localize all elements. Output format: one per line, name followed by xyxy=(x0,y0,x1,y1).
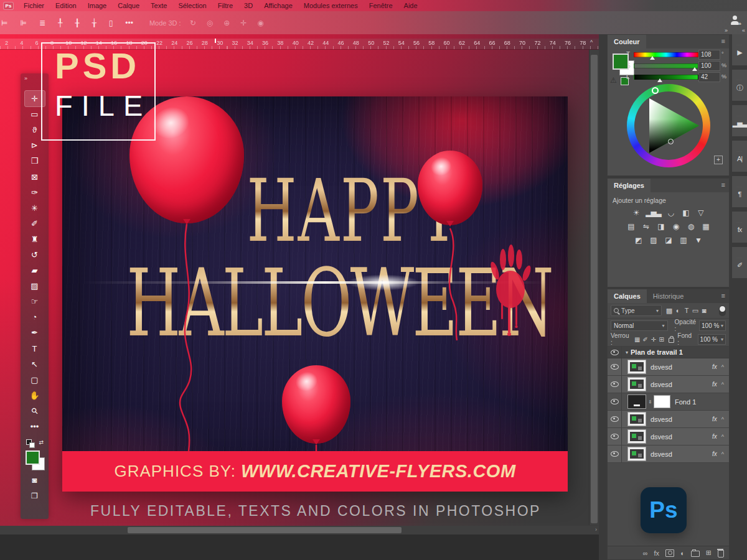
saturation-value-field[interactable]: 100 xyxy=(698,61,720,71)
opacity-field[interactable]: 100 % ▾ xyxy=(699,320,726,331)
styles-panel-icon[interactable]: ∙∙∙∙ fx xyxy=(732,212,747,243)
3d-slide-icon[interactable]: ✛ xyxy=(240,19,247,27)
panel-menu-icon[interactable]: ≡ xyxy=(721,292,725,299)
fx-collapse-icon[interactable]: ^ xyxy=(721,434,724,440)
table-row[interactable]: ∞ Fond 1 xyxy=(608,393,729,411)
lightness-value-field[interactable]: 42 xyxy=(698,72,720,82)
fx-collapse-icon[interactable]: ^ xyxy=(721,364,724,370)
menu-affichage[interactable]: Affichage xyxy=(258,2,298,9)
levels-icon[interactable]: ▂▅▃ xyxy=(646,208,661,218)
blend-mode-select[interactable]: Normal ▾ xyxy=(611,320,668,331)
tab-calques[interactable]: Calques xyxy=(608,289,647,303)
visibility-cell[interactable] xyxy=(608,446,622,462)
artboard-row[interactable]: ▾ Plan de travail 1 xyxy=(608,347,729,358)
exposure-icon[interactable]: ◧ xyxy=(680,208,691,218)
filter-shape-layers-icon[interactable]: ▭ xyxy=(691,307,700,315)
layer-thumbnail[interactable] xyxy=(627,429,646,444)
saturation-slider-thumb[interactable] xyxy=(692,67,697,71)
visibility-cell[interactable] xyxy=(608,376,622,393)
foreground-color-swatch[interactable] xyxy=(26,450,40,465)
document-canvas[interactable]: HAPPY HALLOWEEN xyxy=(62,96,568,492)
paragraph-panel-icon[interactable]: ∙∙∙∙ ¶ xyxy=(732,176,747,207)
lock-pixels-icon[interactable]: ✐ xyxy=(641,336,649,343)
align-right-edges-icon[interactable]: ⊫ xyxy=(20,19,26,27)
visibility-cell[interactable] xyxy=(608,393,622,410)
vibrance-icon[interactable]: ▽ xyxy=(695,208,706,218)
layer-thumbnail[interactable] xyxy=(627,447,646,461)
menu-aide[interactable]: Aide xyxy=(398,2,423,9)
brush-tool[interactable]: ✐ xyxy=(25,216,45,231)
layer-name[interactable]: dsvesd xyxy=(651,433,672,441)
new-layer-icon[interactable]: ⊞ xyxy=(706,549,712,557)
visibility-cell[interactable] xyxy=(608,428,622,445)
crop-tool[interactable]: ❒ xyxy=(25,153,45,169)
menu-texte[interactable]: Texte xyxy=(145,2,172,9)
menu-fenetre[interactable]: Fenêtre xyxy=(364,2,398,9)
align-center-h-icon[interactable]: ≣ xyxy=(39,19,45,27)
hue-slider[interactable] xyxy=(634,52,698,57)
scrollbar-arrow-icon[interactable]: › xyxy=(595,526,597,533)
hue-slider-thumb[interactable] xyxy=(650,56,655,60)
lock-artboard-icon[interactable]: ⊞ xyxy=(657,336,665,343)
color-balance-icon[interactable]: ⇋ xyxy=(641,222,651,231)
horizontal-scrollbar-thumb[interactable] xyxy=(128,527,402,533)
curves-icon[interactable]: ◡ xyxy=(665,208,676,218)
fill-field[interactable]: 100 % ▾ xyxy=(698,334,726,345)
layer-thumbnail[interactable] xyxy=(627,360,646,374)
panel-menu-icon[interactable]: ≡ xyxy=(721,37,725,45)
panel-foreground-swatch[interactable] xyxy=(613,54,629,70)
layer-thumbnail[interactable] xyxy=(627,377,646,391)
align-vcenter-icon[interactable]: ╂ xyxy=(75,19,79,27)
layer-search-filter[interactable]: Type ▾ xyxy=(611,305,662,316)
filter-smart-objects-icon[interactable]: ◙ xyxy=(700,307,708,315)
layer-name[interactable]: Fond 1 xyxy=(675,398,696,406)
collapse-dock-left-icon[interactable]: » xyxy=(725,27,727,34)
layer-mask-thumbnail[interactable] xyxy=(654,395,670,408)
collapse-dock-right-icon[interactable]: « xyxy=(742,27,745,34)
menu-selection[interactable]: Sélection xyxy=(172,2,212,9)
fx-collapse-icon[interactable]: ^ xyxy=(721,416,724,422)
3d-camera-icon[interactable]: ◉ xyxy=(257,19,263,27)
photo-filter-icon[interactable]: ◉ xyxy=(670,222,681,231)
layer-name[interactable]: dsvesd xyxy=(651,450,672,458)
gradient-tool[interactable]: ▨ xyxy=(25,278,45,294)
hand-tool[interactable]: ✋ xyxy=(25,388,45,403)
link-layers-icon[interactable]: ∞ xyxy=(643,549,648,557)
horizontal-scrollbar[interactable]: › xyxy=(0,526,599,534)
eyedropper-tool[interactable]: ✑ xyxy=(25,185,45,200)
new-adjustment-layer-icon[interactable]: ◐ xyxy=(680,549,685,557)
tab-historique[interactable]: Historique xyxy=(647,289,690,303)
add-swatch-button[interactable]: + xyxy=(714,156,723,164)
quick-mask-icon[interactable]: ◙ xyxy=(21,475,49,485)
threshold-icon[interactable]: ◪ xyxy=(663,236,674,245)
align-left-edges-icon[interactable]: ⊨ xyxy=(1,19,7,27)
gradient-map-icon[interactable]: ▥ xyxy=(678,236,688,245)
clone-stamp-tool[interactable]: ♜ xyxy=(25,231,45,247)
mask-link-icon[interactable]: ∞ xyxy=(647,398,653,406)
tab-reglages[interactable]: Réglages xyxy=(608,179,651,192)
hue-ring-marker[interactable] xyxy=(652,87,659,94)
table-row[interactable]: ∞ dsvesd fx ^ xyxy=(608,376,729,393)
black-white-icon[interactable]: ◨ xyxy=(655,222,666,231)
vertical-scrollbar[interactable] xyxy=(589,50,599,525)
toolbar-collapse-icon[interactable]: » xyxy=(24,75,27,82)
menu-3d[interactable]: 3D xyxy=(238,2,258,9)
table-row[interactable]: ∞ dsvesd fx ^ xyxy=(608,411,729,428)
vertical-scrollbar-thumb[interactable] xyxy=(591,55,598,523)
channel-mixer-icon[interactable]: ◍ xyxy=(685,222,696,231)
filter-adjustment-layers-icon[interactable]: ◐ xyxy=(674,307,682,315)
color-lookup-icon[interactable]: ▦ xyxy=(700,222,711,231)
character-panel-icon[interactable]: ∙∙∙∙ A| xyxy=(732,141,747,172)
layer-fx-badge[interactable]: fx xyxy=(712,381,717,388)
layer-name[interactable]: dsvesd xyxy=(651,416,672,423)
align-top-edges-icon[interactable]: ╀ xyxy=(58,19,62,27)
delete-layer-icon[interactable] xyxy=(718,550,724,558)
menu-image[interactable]: Image xyxy=(82,2,113,9)
brightness-contrast-icon[interactable]: ☀ xyxy=(631,208,641,218)
healing-brush-tool[interactable]: ✳ xyxy=(25,200,45,216)
dodge-tool[interactable]: ◔ xyxy=(25,309,45,325)
shape-tool[interactable]: ▢ xyxy=(25,372,45,388)
edit-toolbar-button[interactable]: ••• xyxy=(25,419,45,434)
menu-fichier[interactable]: Fichier xyxy=(18,2,50,9)
distribute-spacing-icon[interactable]: ▯ xyxy=(109,19,113,27)
